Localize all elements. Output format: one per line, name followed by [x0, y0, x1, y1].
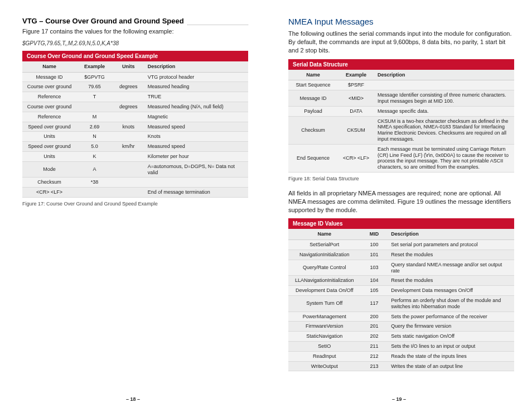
table-vtg: Course Over Ground and Ground Speed Exam…: [22, 51, 248, 198]
cell: Mode: [22, 161, 76, 178]
cell: LLANavigationInitialization: [288, 276, 361, 286]
cell: 200: [361, 312, 388, 322]
table-row: LLANavigationInitialization104Reset the …: [288, 276, 514, 286]
cell: 211: [361, 341, 388, 351]
nmea-intro: The following outlines the serial comman…: [288, 30, 514, 55]
cell: [144, 178, 248, 188]
cell: 100: [361, 240, 388, 250]
cell: SetSerialPort: [288, 240, 361, 250]
table-row: ReadInput212Reads the state of the input…: [288, 351, 514, 361]
cell: 213: [361, 361, 388, 371]
cell: Start Sequence: [288, 80, 338, 90]
vtg-sample: $GPVTG,79.65,T,,M,2.69,N,5.0,K,A*38: [22, 40, 248, 46]
cell: [113, 152, 144, 162]
col-desc: Description: [374, 70, 514, 80]
vtg-intro: Figure 17 contains the values for the fo…: [22, 27, 248, 36]
cell: 79.65: [76, 82, 113, 92]
cell: Measured heading (N/A, null field): [144, 102, 248, 112]
cell: Course over ground: [22, 82, 76, 92]
cell: Each message must be terminated using Ca…: [374, 144, 514, 172]
table-row: SetIO211Sets the I/O lines to an input o…: [288, 341, 514, 351]
vtg-heading: VTG – Course Over Ground and Ground Spee…: [22, 17, 184, 25]
cell: DATA: [338, 106, 374, 116]
table-row: <CR> <LF>End of message termination: [22, 188, 248, 198]
cell: *38: [76, 178, 113, 188]
cell: CKSUM: [338, 116, 374, 144]
cell: K: [76, 152, 113, 162]
cell: Payload: [288, 106, 338, 116]
table-row: PowerManagement200Sets the power perform…: [288, 312, 514, 322]
table-row: End Sequence<CR> <LF>Each message must b…: [288, 144, 514, 172]
cell: <MID>: [338, 90, 374, 107]
cell: 212: [361, 351, 388, 361]
table-row: SetSerialPort100Set serial port paramete…: [288, 240, 514, 250]
cell: StaticNavigation: [288, 332, 361, 342]
cell: Checksum: [288, 116, 338, 144]
cell: Query standard NMEA message and/or set o…: [388, 260, 514, 276]
cell: 117: [361, 296, 388, 312]
cell: [113, 161, 144, 178]
col-name: Name: [22, 61, 76, 72]
cell: VTG protocol header: [144, 72, 248, 82]
cell: [374, 80, 514, 90]
table-row: Course over ground79.65degreesMeasured h…: [22, 82, 248, 92]
table-row: StaticNavigation202Sets static navigatio…: [288, 332, 514, 342]
cell: End of message termination: [144, 188, 248, 198]
cell: 202: [361, 332, 388, 342]
col-example: Example: [338, 70, 374, 80]
cell: WriteOutput: [288, 361, 361, 371]
cell: degrees: [113, 82, 144, 92]
table-serial-body: Start Sequence$PSRFMessage ID<MID>Messag…: [288, 80, 514, 173]
table-row: ModeAA=autonomous, D=DGPS, N= Data not v…: [22, 161, 248, 178]
table-row: Development Data On/Off105Development Da…: [288, 286, 514, 296]
table-row: ReferenceTTRUE: [22, 92, 248, 102]
table-row: ChecksumCKSUMCKSUM is a two-hex characte…: [288, 116, 514, 144]
table-row: Start Sequence$PSRF: [288, 80, 514, 90]
cell: A: [76, 161, 113, 178]
page-number-left: – 18 –: [126, 396, 140, 402]
caption-fig18: Figure 18: Serial Data Structure: [288, 176, 514, 181]
cell: Units: [22, 132, 76, 142]
cell: [113, 132, 144, 142]
cell: T: [76, 92, 113, 102]
cell: Checksum: [22, 178, 76, 188]
cell: Speed over ground: [22, 122, 76, 132]
table-row: UnitsKKilometer per hour: [22, 152, 248, 162]
cell: PowerManagement: [288, 312, 361, 322]
cell: Writes the state of an output line: [388, 361, 514, 371]
table-serial: Serial Data Structure Name Example Descr…: [288, 59, 514, 173]
cell: Sets the I/O lines to an input or output: [388, 341, 514, 351]
page-number-right: – 19 –: [392, 396, 406, 402]
table-row: FirmwareVersion201Query the firmware ver…: [288, 322, 514, 332]
cell: Sets the power performance of the receiv…: [388, 312, 514, 322]
cell: [113, 72, 144, 82]
cell: <CR> <LF>: [22, 188, 76, 198]
cell: <CR> <LF>: [338, 144, 374, 172]
cell: $GPVTG: [76, 72, 113, 82]
col-desc: Description: [144, 61, 248, 72]
caption-fig17: Figure 17: Course Over Ground and Ground…: [22, 201, 248, 207]
cell: 2.69: [76, 122, 113, 132]
cell: CKSUM is a two-hex character checksum as…: [374, 116, 514, 144]
cell: Knots: [144, 132, 248, 142]
col-name: Name: [288, 229, 361, 239]
cell: [113, 178, 144, 188]
cell: Development Data On/Off: [288, 286, 361, 296]
cell: NavigationInitialization: [288, 250, 361, 260]
cell: Measured speed: [144, 122, 248, 132]
table-row: UnitsNKnots: [22, 132, 248, 142]
table-vtg-title: Course Over Ground and Ground Speed Exam…: [22, 51, 248, 61]
cell: Kilometer per hour: [144, 152, 248, 162]
cell: degrees: [113, 102, 144, 112]
cell: Message ID: [22, 72, 76, 82]
cell: ReadInput: [288, 351, 361, 361]
cell: Measured speed: [144, 142, 248, 152]
cell: Reference: [22, 92, 76, 102]
cell: Development Data messages On/Off: [388, 286, 514, 296]
table-row: NavigationInitialization101Reset the mod…: [288, 250, 514, 260]
cell: [76, 188, 113, 198]
cell: Magnetic: [144, 112, 248, 122]
table-mid-title: Message ID Values: [288, 218, 514, 229]
cell: 103: [361, 260, 388, 276]
table-row: Checksum*38: [22, 178, 248, 188]
